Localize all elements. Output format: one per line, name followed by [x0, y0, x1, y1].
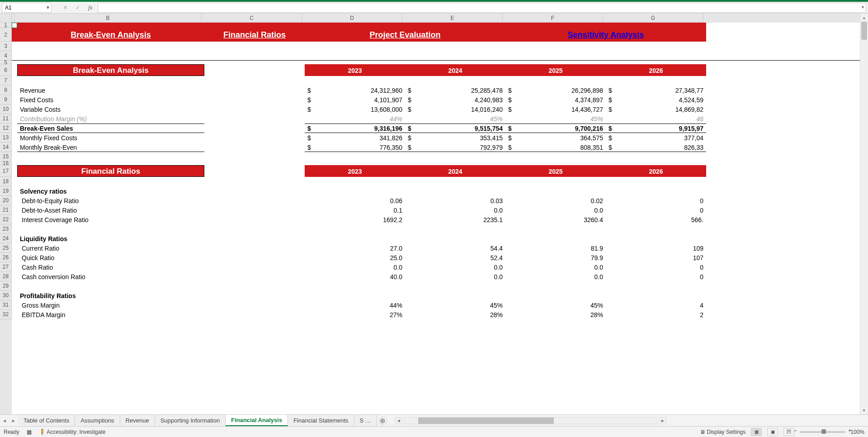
display-settings[interactable]: 🖥 Display Settings	[700, 429, 745, 435]
nav-financial-ratios[interactable]: Financial Ratios	[204, 28, 305, 42]
col-header-B[interactable]: B	[14, 14, 202, 23]
cell[interactable]	[204, 205, 305, 215]
cell[interactable]	[204, 124, 305, 133]
nav-project-eval[interactable]: Project Evaluation	[305, 28, 505, 42]
cell-value[interactable]: 0	[606, 205, 706, 215]
cell-value[interactable]: $4,524,59	[606, 95, 706, 104]
cell[interactable]	[12, 205, 17, 215]
row-header[interactable]: 3	[0, 42, 12, 51]
cell[interactable]	[12, 124, 17, 133]
cell-value[interactable]: 54.4	[405, 243, 505, 253]
cell-value[interactable]: 0	[606, 262, 706, 272]
row-header[interactable]: 32	[0, 310, 12, 319]
cell-value[interactable]: $24,312,960	[305, 86, 405, 95]
row-header[interactable]: 23	[0, 224, 12, 234]
row-header[interactable]: 16	[0, 162, 12, 165]
cell-value[interactable]: 566.	[606, 215, 706, 224]
formula-bar-expand-icon[interactable]: ▾	[862, 5, 864, 10]
cell-value[interactable]: 0.0	[405, 262, 505, 272]
cell[interactable]	[204, 104, 305, 114]
cell-value[interactable]: $826,33	[606, 142, 706, 152]
cell-value[interactable]: $364,575	[505, 133, 606, 142]
col-header-G[interactable]: G	[603, 14, 703, 23]
col-header-D[interactable]: D	[302, 14, 402, 23]
cell-value[interactable]: 0	[606, 272, 706, 281]
cell[interactable]	[12, 196, 17, 205]
row-label[interactable]: Monthly Break-Even	[17, 142, 204, 152]
cell-value[interactable]: 81.9	[505, 243, 606, 253]
cell-value[interactable]: 0.03	[405, 196, 505, 205]
scroll-up-icon[interactable]: ▴	[860, 14, 868, 22]
cell[interactable]	[204, 253, 305, 262]
cell-value[interactable]: 79.9	[505, 253, 606, 262]
cell[interactable]	[204, 215, 305, 224]
cell-value[interactable]: 0.0	[505, 272, 606, 281]
cell-value[interactable]: 28%	[505, 310, 606, 319]
cell-value[interactable]: 27%	[305, 310, 405, 319]
cell-value[interactable]: $341,826	[305, 133, 405, 142]
cell[interactable]	[204, 95, 305, 104]
cell[interactable]	[12, 162, 17, 165]
cell-value[interactable]: 0.0	[505, 262, 606, 272]
cell-value[interactable]: 46	[606, 114, 706, 124]
row-header[interactable]: 8	[0, 86, 12, 95]
cell-value[interactable]: 0.06	[305, 196, 405, 205]
cell-value[interactable]: 109	[606, 243, 706, 253]
cell[interactable]	[12, 86, 17, 95]
cell-value[interactable]: 0.0	[405, 272, 505, 281]
cell[interactable]	[12, 95, 17, 104]
row-header[interactable]: 1	[0, 23, 12, 28]
sheet-tab[interactable]: Table of Contents	[18, 415, 75, 426]
row-label[interactable]: Current Ratio	[17, 243, 204, 253]
cell[interactable]	[12, 291, 17, 300]
row-label[interactable]: Revenue	[17, 86, 204, 95]
cell-value[interactable]: $9,515,754	[405, 124, 505, 133]
row-label[interactable]: Cash conversion Ratio	[17, 272, 204, 281]
cell-value[interactable]: $4,101,907	[305, 95, 405, 104]
cell-value[interactable]: $4,374,897	[505, 95, 606, 104]
cell-value[interactable]: $13,608,000	[305, 104, 405, 114]
cell[interactable]	[12, 64, 17, 76]
cell[interactable]	[12, 76, 860, 86]
sheet-tab[interactable]: Assumptions	[75, 415, 120, 426]
ratio-group-title[interactable]: Liquidity Ratios	[17, 234, 204, 243]
new-sheet-button[interactable]: ⊕	[379, 417, 387, 425]
cell[interactable]	[12, 281, 860, 291]
row-label[interactable]: Gross Margin	[17, 300, 204, 310]
row-label[interactable]: Quick Ratio	[17, 253, 204, 262]
cell-value[interactable]: 45%	[405, 114, 505, 124]
view-page-break-button[interactable]: 凹	[783, 428, 794, 436]
accessibility-status[interactable]: 🧍 Accessibility: Investigate	[39, 429, 106, 435]
row-label[interactable]: Debt-to-Equity Ratio	[17, 196, 204, 205]
cell-value[interactable]: $9,700,216	[505, 124, 606, 133]
workbook-stats-icon[interactable]: ▦	[27, 429, 32, 435]
row-header[interactable]: 13	[0, 133, 12, 142]
cell-value[interactable]: $353,415	[405, 133, 505, 142]
vertical-scrollbar[interactable]: ▴ ▾	[860, 14, 868, 414]
view-normal-button[interactable]: ▦	[751, 428, 762, 436]
cell-value[interactable]: 0.02	[505, 196, 606, 205]
row-header[interactable]: 20	[0, 196, 12, 205]
row-label[interactable]: Fixed Costs	[17, 95, 204, 104]
sheet-tab[interactable]: Financial Statements	[288, 415, 354, 426]
cell-value[interactable]: $808,351	[505, 142, 606, 152]
row-header[interactable]: 27	[0, 262, 12, 272]
cell[interactable]	[305, 23, 405, 28]
cell-value[interactable]: 107	[606, 253, 706, 262]
cell[interactable]	[12, 310, 17, 319]
cell-value[interactable]: 0.0	[305, 262, 405, 272]
tab-scroll-left[interactable]: ◄	[0, 415, 9, 426]
cell[interactable]	[12, 42, 860, 51]
cell[interactable]	[204, 272, 305, 281]
cell-value[interactable]: 2235.1	[405, 215, 505, 224]
sheet-tab[interactable]: S …	[354, 415, 377, 426]
cell[interactable]	[12, 152, 860, 162]
cell-value[interactable]: 44%	[305, 114, 405, 124]
cell[interactable]	[12, 186, 17, 196]
cell[interactable]	[12, 234, 17, 243]
row-label[interactable]: Debt-to-Asset Ratio	[17, 205, 204, 215]
row-header[interactable]: 12	[0, 124, 12, 133]
cell[interactable]	[204, 23, 305, 28]
row-header[interactable]: 30	[0, 291, 12, 300]
cell-value[interactable]: $377,04	[606, 133, 706, 142]
